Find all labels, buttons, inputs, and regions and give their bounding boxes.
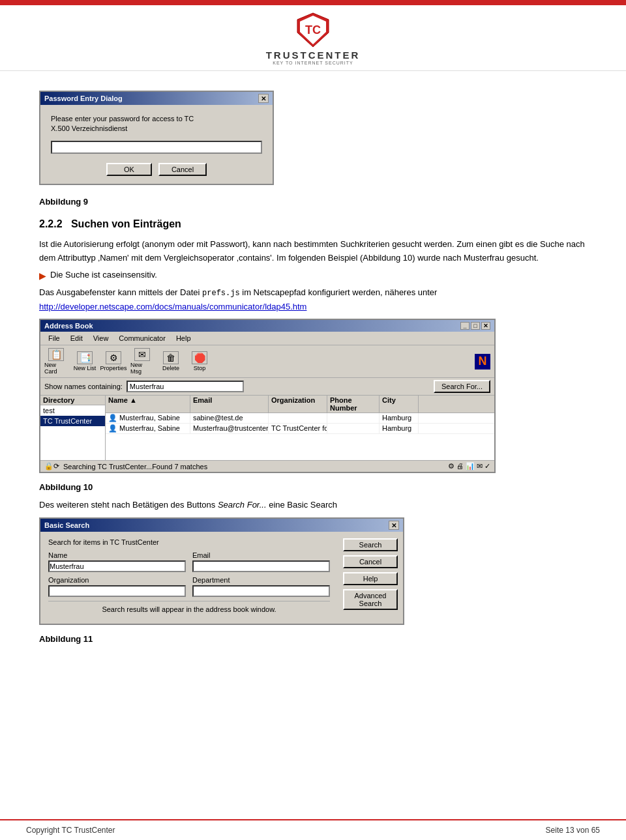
ab-title: Address Book xyxy=(44,322,93,330)
ab-search-input[interactable] xyxy=(127,381,244,392)
ab-r2-email: Musterfrau@trustcenter. xyxy=(190,424,269,433)
bs-cancel-btn[interactable]: Cancel xyxy=(343,555,398,568)
ab-col-city: City xyxy=(380,396,419,413)
ab-minimize-btn[interactable]: _ xyxy=(460,322,470,330)
bs-right: Search Cancel Help Advanced Search xyxy=(338,532,403,624)
ab-r1-name: 👤 Musterfrau, Sabine xyxy=(106,413,190,423)
svg-text:TC: TC xyxy=(305,23,321,36)
logo-shield-icon: TC xyxy=(296,12,330,48)
ab-status-text: Searching TC TrustCenter...Found 7 match… xyxy=(63,463,444,471)
bs-dept-label: Department xyxy=(192,576,330,584)
netscape-link[interactable]: http://developer.netscape.com/docs/manua… xyxy=(39,302,306,311)
ab-menu-edit[interactable]: Edit xyxy=(65,333,88,343)
bs-dept-input[interactable] xyxy=(192,585,330,597)
ab-menu-file[interactable]: File xyxy=(43,333,65,343)
ab-n-logo: N xyxy=(475,354,490,369)
bs-org-field: Organization xyxy=(48,576,186,597)
ab-r1-org xyxy=(269,413,327,423)
address-book-screenshot: Address Book _ □ ✕ File Edit View Commun… xyxy=(39,319,587,473)
password-dialog-close-btn[interactable]: ✕ xyxy=(258,94,269,103)
ab-status-icons: 🔒⟳ xyxy=(44,462,59,471)
bs-advanced-btn[interactable]: Advanced Search xyxy=(343,589,398,610)
ab-search-area: Show names containing: Search For... xyxy=(40,378,494,396)
bs-email-input[interactable] xyxy=(192,560,330,572)
footer: Copyright TC TrustCenter Seite 13 von 65 xyxy=(0,819,626,840)
ab-dir-item-tc[interactable]: TC TrustCenter xyxy=(40,416,105,426)
password-ok-button[interactable]: OK xyxy=(106,163,152,176)
password-dialog-buttons: OK Cancel xyxy=(51,163,262,176)
section-para1: Ist die Autorisierung erfolgt (anonym od… xyxy=(39,238,587,265)
ab-toolbar: 📋 New Card 📑 New List ⚙ Properties ✉ New… xyxy=(40,345,494,378)
ab-results-header: Name ▲ Email Organization Phone Number C… xyxy=(106,396,494,413)
ab-dir-header: Directory xyxy=(40,396,105,405)
ab-statusbar: 🔒⟳ Searching TC TrustCenter...Found 7 ma… xyxy=(40,461,494,472)
bs-name-field: Name xyxy=(48,551,186,572)
ab-tool-newlist[interactable]: 📑 New List xyxy=(73,351,97,371)
bs-body: Search for items in TC TrustCenter Name … xyxy=(40,532,403,624)
bs-name-input[interactable] xyxy=(48,560,186,572)
bs-help-btn[interactable]: Help xyxy=(343,572,398,585)
ab-newcard-icon: 📋 xyxy=(48,348,64,361)
ab-search-label: Show names containing: xyxy=(44,383,123,390)
ab-tool-delete[interactable]: 🗑 Delete xyxy=(159,351,183,371)
ab-close-btn[interactable]: ✕ xyxy=(481,322,490,330)
ab-delete-icon: 🗑 xyxy=(163,351,179,364)
ab-maximize-btn[interactable]: □ xyxy=(471,322,480,330)
note-box: ▶ Die Suche ist caseinsensitiv. xyxy=(39,270,587,281)
bs-titlebar: Basic Search ✕ xyxy=(40,519,403,532)
bs-search-for-text: Search for items in TC TrustCenter xyxy=(48,538,330,546)
ab-results-panel: Name ▲ Email Organization Phone Number C… xyxy=(106,396,494,460)
bs-org-input[interactable] xyxy=(48,585,186,597)
bs-email-label: Email xyxy=(192,551,330,559)
ab-result-row-1[interactable]: 👤 Musterfrau, Sabine sabine@test.de Hamb… xyxy=(106,413,494,424)
address-book-dialog: Address Book _ □ ✕ File Edit View Commun… xyxy=(39,319,496,473)
ab-properties-icon: ⚙ xyxy=(106,351,121,364)
logo-box: TC TRUSTCENTER KEY TO INTERNET SECURITY xyxy=(266,12,361,65)
ab-r1-city: Hamburg xyxy=(380,413,419,423)
password-cancel-button[interactable]: Cancel xyxy=(158,163,207,176)
bs-title: Basic Search xyxy=(44,521,89,529)
ab-r2-city: Hamburg xyxy=(380,424,419,433)
ab-col-name: Name ▲ xyxy=(106,396,190,413)
ab-result-row-2[interactable]: 👤 Musterfrau, Sabine Musterfrau@trustcen… xyxy=(106,424,494,434)
bs-close-btn[interactable]: ✕ xyxy=(389,521,399,530)
basic-search-screenshot: Basic Search ✕ Search for items in TC Tr… xyxy=(39,517,587,625)
ab-r1-phone xyxy=(327,413,380,423)
ab-menu-view[interactable]: View xyxy=(88,333,114,343)
section-heading: 2.2.2 Suchen von Einträgen xyxy=(39,218,587,230)
search-for-italic: Search For... xyxy=(218,500,267,510)
ab-tool-properties[interactable]: ⚙ Properties xyxy=(102,351,125,371)
ab-menu-communicator[interactable]: Communicator xyxy=(113,333,171,343)
password-dialog-titlebar: Password Entry Dialog ✕ xyxy=(40,92,273,105)
password-dialog-message: Please enter your password for access to… xyxy=(51,114,262,134)
bs-name-label: Name xyxy=(48,551,186,559)
basic-search-dialog: Basic Search ✕ Search for items in TC Tr… xyxy=(39,517,404,625)
ab-col-email: Email xyxy=(190,396,269,413)
bs-name-email-row: Name Email xyxy=(48,551,330,572)
ab-tool-newcard[interactable]: 📋 New Card xyxy=(44,348,68,375)
section-para2: Das Ausgabefenster kann mittels der Date… xyxy=(39,286,587,313)
ab-r2-name: 👤 Musterfrau, Sabine xyxy=(106,424,190,433)
password-dialog-body: Please enter your password for access to… xyxy=(40,105,273,184)
ab-search-btn[interactable]: Search For... xyxy=(434,380,490,393)
main-content: Password Entry Dialog ✕ Please enter you… xyxy=(0,71,626,819)
ab-newlist-icon: 📑 xyxy=(77,351,93,364)
ab-titlebar-buttons: _ □ ✕ xyxy=(460,322,490,330)
note-text: Die Suche ist caseinsensitiv. xyxy=(50,270,157,280)
ab-menu-help[interactable]: Help xyxy=(171,333,196,343)
password-dialog: Password Entry Dialog ✕ Please enter you… xyxy=(39,91,274,185)
footer-copyright: Copyright TC TrustCenter xyxy=(26,826,115,835)
ab-r2-phone xyxy=(327,424,380,433)
fig10-label: Abbildung 10 xyxy=(39,482,587,492)
logo-text: TRUSTCENTER xyxy=(266,50,361,61)
bs-email-field: Email xyxy=(192,551,330,572)
ab-status-right-icons: ⚙ 🖨 📊 ✉ ✓ xyxy=(448,462,490,471)
ab-tool-newmsg[interactable]: ✉ New Msg xyxy=(130,348,154,375)
ab-tool-stop[interactable]: 🛑 Stop xyxy=(188,351,211,371)
bs-search-btn[interactable]: Search xyxy=(343,538,398,551)
top-bar xyxy=(0,0,626,5)
ab-dir-item-test[interactable]: test xyxy=(40,405,105,416)
ab-titlebar: Address Book _ □ ✕ xyxy=(40,320,494,332)
password-input[interactable] xyxy=(51,141,262,154)
ab-col-org: Organization xyxy=(269,396,327,413)
